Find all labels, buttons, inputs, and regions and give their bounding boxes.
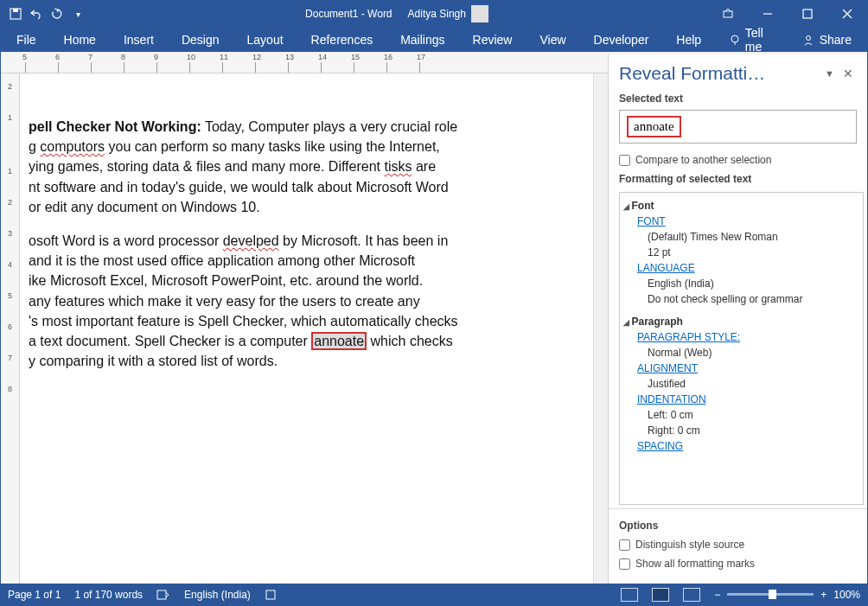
paragraph-group[interactable]: Paragraph — [623, 314, 858, 329]
document-page[interactable]: pell Checker Not Working: Today, Compute… — [27, 91, 583, 573]
paragraph-style-value: Normal (Web) — [623, 345, 858, 360]
status-page[interactable]: Page 1 of 1 — [8, 589, 61, 601]
status-language[interactable]: English (India) — [184, 589, 251, 601]
indent-left-value: Left: 0 cm — [623, 407, 858, 423]
tab-home[interactable]: Home — [61, 28, 99, 52]
compare-checkbox-row[interactable]: Compare to another selection — [609, 150, 867, 169]
read-mode-icon[interactable] — [621, 588, 638, 602]
share-button[interactable]: Share — [799, 28, 855, 52]
quick-access-toolbar: ▾ — [1, 6, 86, 22]
status-words[interactable]: 1 of 170 words — [74, 589, 143, 601]
tab-mailings[interactable]: Mailings — [397, 28, 448, 52]
pane-title: Reveal Formatti… — [619, 63, 820, 84]
selected-text-box[interactable]: annoate — [619, 110, 857, 144]
avatar-icon[interactable] — [471, 5, 488, 22]
font-size-value: 12 pt — [623, 245, 858, 260]
undo-icon[interactable] — [29, 6, 44, 22]
language-value: English (India) — [623, 276, 858, 291]
distinguish-checkbox[interactable] — [619, 539, 630, 551]
indentation-link[interactable]: INDENTATION — [623, 392, 858, 407]
page-viewport[interactable]: pell Checker Not Working: Today, Compute… — [20, 73, 593, 584]
tab-help[interactable]: Help — [673, 28, 705, 52]
statusbar: Page 1 of 1 1 of 170 words English (Indi… — [1, 584, 867, 605]
zoom-percent[interactable]: 100% — [833, 589, 860, 601]
misspelling[interactable]: tisks — [384, 159, 412, 174]
formatting-tree[interactable]: Font FONT (Default) Times New Roman 12 p… — [619, 192, 864, 505]
svg-rect-11 — [266, 590, 275, 599]
svg-rect-10 — [157, 590, 166, 599]
pane-close-icon[interactable]: ✕ — [839, 67, 857, 80]
spacing-link[interactable]: SPACING — [623, 438, 858, 454]
svg-rect-4 — [803, 10, 812, 18]
web-layout-icon[interactable] — [683, 588, 700, 602]
repeat-icon[interactable] — [49, 6, 65, 22]
distinguish-checkbox-row[interactable]: Distinguish style source — [619, 535, 857, 554]
save-icon[interactable] — [8, 6, 23, 22]
formatting-label: Formatting of selected text — [609, 169, 867, 188]
svg-point-9 — [806, 35, 810, 40]
tab-view[interactable]: View — [536, 28, 569, 52]
vertical-scrollbar[interactable] — [593, 73, 608, 584]
qat-customize-icon[interactable]: ▾ — [70, 6, 86, 22]
zoom-slider[interactable] — [727, 593, 814, 596]
horizontal-ruler[interactable]: 5 6 7 8 9 10 11 12 13 14 15 16 17 — [1, 54, 608, 73]
bulb-icon — [729, 34, 740, 46]
font-link[interactable]: FONT — [623, 214, 858, 229]
paragraph-style-link[interactable]: PARAGRAPH STYLE: — [623, 329, 858, 345]
svg-rect-1 — [13, 9, 18, 12]
misspelling[interactable]: computors — [40, 139, 105, 154]
zoom-out-button[interactable]: − — [714, 589, 720, 601]
macro-icon[interactable] — [265, 589, 277, 601]
vertical-ruler[interactable]: 2 1 1 2 3 4 5 6 7 8 — [1, 73, 20, 584]
zoom-in-button[interactable]: + — [820, 589, 827, 601]
share-icon — [802, 34, 814, 46]
tab-references[interactable]: References — [308, 28, 377, 52]
print-layout-icon[interactable] — [652, 588, 669, 602]
language-link[interactable]: LANGUAGE — [623, 260, 858, 276]
tell-me[interactable]: Tell me — [725, 21, 782, 59]
show-marks-checkbox[interactable] — [619, 558, 630, 570]
tab-insert[interactable]: Insert — [120, 28, 157, 52]
document-title: Document1 - Word — [305, 8, 392, 20]
font-group[interactable]: Font — [623, 198, 858, 214]
paragraph-2[interactable]: osoft Word is a word processor develped … — [29, 231, 572, 371]
pane-options: Options Distinguish style source Show al… — [609, 508, 867, 584]
svg-point-7 — [731, 35, 738, 42]
pane-menu-icon[interactable]: ▼ — [820, 68, 839, 79]
ribbon-tabs: File Home Insert Design Layout Reference… — [1, 27, 867, 54]
selected-text-value: annoate — [627, 116, 681, 137]
show-marks-checkbox-row[interactable]: Show all formatting marks — [619, 554, 857, 573]
selected-word[interactable]: annoate — [311, 332, 367, 350]
editor-area: 5 6 7 8 9 10 11 12 13 14 15 16 17 2 1 1 … — [1, 54, 608, 584]
alignment-value: Justified — [623, 376, 858, 392]
selected-text-label: Selected text — [609, 89, 867, 108]
spellcheck-icon[interactable] — [156, 589, 170, 601]
workspace: 5 6 7 8 9 10 11 12 13 14 15 16 17 2 1 1 … — [1, 54, 867, 584]
tab-review[interactable]: Review — [469, 28, 516, 52]
tab-layout[interactable]: Layout — [244, 28, 287, 52]
misspelling[interactable]: develped — [223, 233, 279, 248]
paragraph-1[interactable]: pell Checker Not Working: Today, Compute… — [29, 117, 572, 217]
font-value: (Default) Times New Roman — [623, 229, 858, 245]
compare-checkbox[interactable] — [619, 155, 630, 166]
language-value-2: Do not check spelling or grammar — [623, 291, 858, 307]
svg-rect-2 — [724, 11, 732, 17]
tab-design[interactable]: Design — [178, 28, 223, 52]
indent-right-value: Right: 0 cm — [623, 423, 858, 438]
tab-file[interactable]: File — [13, 28, 40, 52]
alignment-link[interactable]: ALIGNMENT — [623, 360, 858, 376]
tab-developer[interactable]: Developer — [590, 28, 653, 52]
options-label: Options — [619, 516, 857, 535]
zoom-control: − + 100% — [714, 589, 860, 601]
reveal-formatting-pane: Reveal Formatti… ▼ ✕ Selected text annoa… — [608, 54, 867, 584]
user-name: Aditya Singh — [408, 8, 466, 20]
